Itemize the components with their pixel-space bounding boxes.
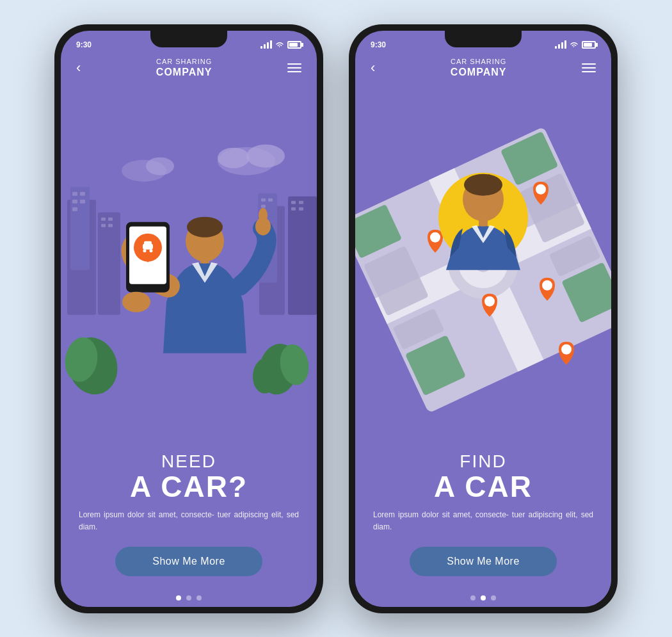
signal-icon-1 xyxy=(260,40,272,49)
svg-rect-70 xyxy=(486,298,493,303)
dot-1-1[interactable] xyxy=(186,595,191,601)
menu-button-1[interactable] xyxy=(287,63,301,72)
illustration-2 xyxy=(355,82,611,439)
svg-rect-24 xyxy=(291,201,296,204)
content-1: NEED A CAR? Lorem ipsum dolor sit amet, … xyxy=(61,439,317,586)
brand-title-2: CAR SHARING COMPANY xyxy=(451,58,507,78)
svg-rect-44 xyxy=(144,241,152,245)
brand-title-1: CAR SHARING COMPANY xyxy=(156,58,212,78)
status-icons-1 xyxy=(260,40,301,49)
svg-rect-7 xyxy=(98,213,120,315)
headline-small-2: FIND xyxy=(373,451,593,472)
svg-rect-27 xyxy=(299,207,303,211)
svg-rect-16 xyxy=(101,224,106,227)
headline-large-1: A CAR? xyxy=(79,472,299,501)
svg-rect-15 xyxy=(108,218,113,221)
svg-point-3 xyxy=(218,148,250,168)
svg-point-45 xyxy=(122,292,150,312)
svg-rect-19 xyxy=(288,197,317,315)
svg-point-34 xyxy=(187,217,223,238)
content-2: FIND A CAR Lorem ipsum dolor sit amet, c… xyxy=(355,439,611,586)
svg-rect-78 xyxy=(563,346,570,351)
svg-point-72 xyxy=(490,303,493,306)
menu-button-2[interactable] xyxy=(582,63,596,72)
signal-icon-2 xyxy=(555,40,566,49)
brand-line1-2: CAR SHARING xyxy=(451,58,507,66)
svg-rect-74 xyxy=(543,282,551,287)
svg-rect-17 xyxy=(108,224,113,227)
dot-2-2[interactable] xyxy=(491,595,496,601)
svg-point-5 xyxy=(146,157,174,175)
svg-rect-25 xyxy=(299,201,303,204)
brand-line1-1: CAR SHARING xyxy=(156,58,212,66)
svg-point-80 xyxy=(567,351,570,354)
dot-2-1[interactable] xyxy=(481,595,486,601)
dot-2-0[interactable] xyxy=(470,595,476,601)
battery-icon-2 xyxy=(582,41,596,49)
svg-point-76 xyxy=(548,287,550,290)
svg-rect-11 xyxy=(72,200,77,204)
svg-point-63 xyxy=(538,191,540,194)
navbar-1: ‹ CAR SHARING COMPANY xyxy=(61,54,317,82)
headline-small-1: NEED xyxy=(79,451,299,472)
wifi-icon-1 xyxy=(275,41,284,48)
brand-line2-1: COMPANY xyxy=(156,66,212,78)
navbar-2: ‹ CAR SHARING COMPANY xyxy=(355,54,611,82)
svg-point-71 xyxy=(486,303,489,306)
description-1: Lorem ipsum dolor sit amet, consecte- tu… xyxy=(79,509,299,533)
svg-rect-14 xyxy=(101,218,106,221)
svg-rect-10 xyxy=(80,192,85,196)
cta-button-1[interactable]: Show Me More xyxy=(115,547,262,576)
dot-1-0[interactable] xyxy=(176,595,181,601)
dots-1 xyxy=(61,586,317,607)
svg-rect-13 xyxy=(72,207,77,211)
notch-1 xyxy=(150,31,227,47)
dots-2 xyxy=(355,586,611,607)
svg-rect-22 xyxy=(268,198,273,202)
wifi-icon-2 xyxy=(570,41,579,48)
svg-point-67 xyxy=(432,239,435,242)
svg-point-43 xyxy=(150,249,153,252)
time-2: 9:30 xyxy=(371,40,386,49)
svg-point-68 xyxy=(436,239,438,242)
svg-rect-8 xyxy=(70,187,90,270)
svg-rect-26 xyxy=(291,207,296,211)
phone-2: 9:30 ✉ ‹ CAR SHARING COMPA xyxy=(349,24,618,613)
scene-svg-1 xyxy=(61,82,317,439)
back-button-2[interactable]: ‹ xyxy=(371,60,375,76)
svg-rect-21 xyxy=(261,198,266,202)
svg-point-42 xyxy=(143,249,147,252)
svg-point-37 xyxy=(259,208,268,223)
svg-point-64 xyxy=(541,191,544,194)
cta-button-2[interactable]: Show Me More xyxy=(410,547,557,576)
dot-1-2[interactable] xyxy=(196,595,202,601)
illustration-1 xyxy=(61,82,317,439)
battery-icon-1 xyxy=(287,41,301,49)
svg-point-75 xyxy=(544,287,547,290)
headline-large-2: A CAR xyxy=(373,472,593,501)
svg-point-83 xyxy=(464,174,502,196)
svg-rect-62 xyxy=(537,186,545,191)
svg-rect-66 xyxy=(431,234,439,239)
brand-line2-2: COMPANY xyxy=(451,66,507,78)
svg-point-79 xyxy=(563,351,566,354)
phone-1: 9:30 ✉ ‹ CAR SHARING COMPA xyxy=(54,24,323,613)
back-button-1[interactable]: ‹ xyxy=(76,60,81,76)
scene-svg-2 xyxy=(355,82,611,439)
svg-rect-12 xyxy=(80,200,85,204)
description-2: Lorem ipsum dolor sit amet, consecte- tu… xyxy=(373,509,593,533)
svg-rect-9 xyxy=(72,192,77,196)
status-icons-2 xyxy=(555,40,596,49)
time-1: 9:30 xyxy=(76,40,92,49)
svg-point-2 xyxy=(246,145,285,168)
notch-2 xyxy=(445,31,522,47)
svg-rect-23 xyxy=(261,205,266,208)
